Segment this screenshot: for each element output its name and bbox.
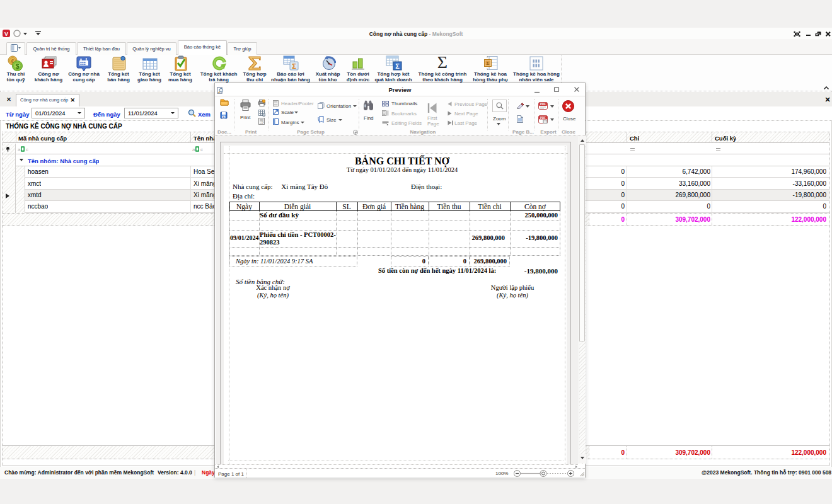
svg-text:c: c bbox=[200, 147, 203, 152]
svg-text:a: a bbox=[192, 147, 195, 152]
svg-text:$: $ bbox=[15, 62, 19, 70]
svg-text:c: c bbox=[26, 147, 28, 152]
svg-text:PDF: PDF bbox=[540, 117, 546, 120]
svg-text:PDF: PDF bbox=[540, 103, 546, 106]
svg-text:a: a bbox=[18, 147, 21, 152]
svg-text:V: V bbox=[4, 31, 8, 37]
svg-text:Σ: Σ bbox=[292, 62, 296, 70]
svg-text:Σ: Σ bbox=[395, 62, 400, 70]
svg-text:?: ? bbox=[262, 121, 263, 125]
svg-text:Σ: Σ bbox=[487, 60, 490, 66]
